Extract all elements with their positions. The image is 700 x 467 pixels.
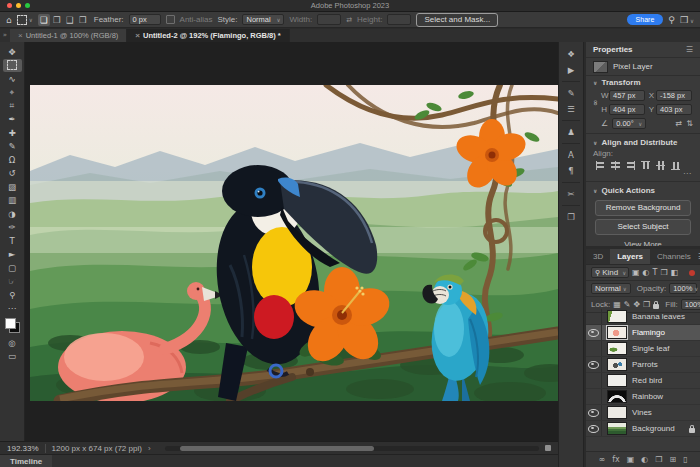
layer-thumbnail[interactable] <box>607 358 627 371</box>
zoom-level[interactable]: 192.33% <box>7 444 39 453</box>
color-panel-icon[interactable]: ❖ <box>563 48 579 61</box>
lock-artboard-icon[interactable]: ❒ <box>643 300 650 309</box>
healing-brush-tool[interactable]: ✚ <box>3 126 22 139</box>
layer-style-icon[interactable]: fx <box>612 455 620 464</box>
crop-tool[interactable]: ⌗ <box>3 99 22 112</box>
lasso-tool[interactable]: ∿ <box>3 72 22 85</box>
lock-position-icon[interactable]: ✥ <box>633 300 640 309</box>
add-to-selection-icon[interactable]: ❐ <box>51 14 63 26</box>
align-section-header[interactable]: ∨ Align and Distribute <box>586 136 700 149</box>
filter-pixel-layers-icon[interactable]: ▣ <box>632 268 640 277</box>
filter-shape-layers-icon[interactable]: ❒ <box>660 268 667 277</box>
quick-actions-header[interactable]: ∨ Quick Actions <box>586 184 700 197</box>
width-input[interactable] <box>317 14 341 25</box>
history-brush-tool[interactable]: ↺ <box>3 167 22 180</box>
delete-layer-icon[interactable]: ▯ <box>683 455 687 464</box>
blend-mode-select[interactable]: Normal∨ <box>591 283 631 294</box>
flip-vertical-icon[interactable]: ⇅ <box>686 119 693 128</box>
character-panel-icon[interactable]: A <box>563 149 579 162</box>
flip-horizontal-icon[interactable]: ⇄ <box>676 119 683 128</box>
libraries-panel-icon[interactable]: ♟ <box>563 126 579 139</box>
adjustments-panel-icon[interactable]: ☰ <box>563 103 579 116</box>
link-layers-icon[interactable]: ∞ <box>598 455 605 464</box>
style-select[interactable]: Normal∨ <box>242 14 284 25</box>
view-more-link[interactable]: View More <box>586 240 700 249</box>
layer-thumbnail[interactable] <box>607 310 627 323</box>
paragraph-panel-icon[interactable]: ¶ <box>563 165 579 178</box>
status-chevron-icon[interactable]: › <box>148 444 151 453</box>
document-tab[interactable]: ×Untitled-2 @ 192% (Flamingo, RGB/8) * <box>127 29 289 42</box>
transform-y-input[interactable]: 403 px <box>656 104 692 115</box>
canvas-image[interactable] <box>30 85 558 401</box>
eyedropper-tool[interactable]: ✒ <box>3 113 22 126</box>
close-tab-icon[interactable]: × <box>135 31 140 40</box>
adjustment-layer-icon[interactable]: ◐ <box>641 455 648 464</box>
scrollbar-thumb[interactable] <box>180 446 375 451</box>
zoom-tool[interactable]: ⚲ <box>3 288 22 301</box>
visibility-toggle[interactable] <box>586 357 602 372</box>
select-and-mask-button[interactable]: Select and Mask... <box>416 13 498 27</box>
close-window-icon[interactable] <box>7 3 12 8</box>
add-layer-mask-icon[interactable]: ▣ <box>627 455 635 464</box>
filter-adjustment-layers-icon[interactable]: ◐ <box>643 268 650 277</box>
layer-thumbnail[interactable] <box>607 422 627 435</box>
lock-image-pixels-icon[interactable]: ✎ <box>624 300 631 309</box>
transform-w-input[interactable]: 457 px <box>609 90 645 101</box>
path-selection-tool[interactable]: ► <box>3 248 22 261</box>
select-subject-button[interactable]: Select Subject <box>595 219 691 235</box>
layer-thumbnail[interactable] <box>607 374 627 387</box>
new-selection-icon[interactable]: ❏ <box>38 14 50 26</box>
transform-section-header[interactable]: ∨ Transform <box>586 76 700 89</box>
properties-header[interactable]: Properties ☰ <box>586 42 700 58</box>
subtract-from-selection-icon[interactable]: ❑ <box>64 14 76 26</box>
layer-row-parrots[interactable]: Parrots <box>586 357 700 373</box>
home-icon[interactable]: ⌂ <box>6 12 12 28</box>
layer-row-single-leaf[interactable]: Single leaf <box>586 341 700 357</box>
type-tool[interactable]: T <box>3 234 22 247</box>
document-tab[interactable]: ×Untitled-1 @ 100% (RGB/8) <box>10 29 127 42</box>
gradient-tool[interactable]: ▥ <box>3 194 22 207</box>
filter-type-layers-icon[interactable]: T <box>653 268 658 277</box>
remove-background-button[interactable]: Remove Background <box>595 200 691 216</box>
eraser-tool[interactable]: ▨ <box>3 180 22 193</box>
tab-3d[interactable]: 3D <box>586 249 610 264</box>
layer-row-vines[interactable]: Vines <box>586 405 700 421</box>
visibility-toggle[interactable] <box>586 325 602 340</box>
align-top-icon[interactable] <box>641 160 650 171</box>
opacity-input[interactable]: 100%∨ <box>669 283 697 294</box>
screen-mode-icon[interactable]: ▭ <box>3 350 22 363</box>
rectangular-marquee-tool[interactable] <box>3 59 22 72</box>
panel-menu-icon[interactable]: ☰ <box>686 45 693 54</box>
visibility-toggle[interactable] <box>586 405 602 420</box>
filter-kind-select[interactable]: ⚲Kind∨ <box>591 267 629 278</box>
hand-tool[interactable]: ☞ <box>3 275 22 288</box>
close-tab-icon[interactable]: × <box>18 31 23 40</box>
edit-toolbar-icon[interactable]: ⋯ <box>3 302 22 315</box>
visibility-toggle[interactable] <box>586 309 602 324</box>
layer-row-background[interactable]: Background <box>586 421 700 437</box>
glyphs-panel-icon[interactable]: ✂ <box>563 188 579 201</box>
align-more-icon[interactable]: ⋯ <box>586 171 700 179</box>
zoom-window-icon[interactable] <box>25 3 30 8</box>
search-icon[interactable]: ⚲ <box>668 12 675 28</box>
filter-smart-objects-icon[interactable]: ◧ <box>671 268 679 277</box>
layer-row-flamingo[interactable]: Flamingo <box>586 325 700 341</box>
link-dimensions-icon[interactable]: ∞ <box>591 97 600 108</box>
rotation-input[interactable]: 0.00°∨ <box>612 118 646 129</box>
swap-dimensions-icon[interactable]: ⇄ <box>346 12 352 28</box>
align-center-horizontal-icon[interactable] <box>610 161 621 170</box>
visibility-toggle[interactable] <box>586 341 602 356</box>
rectangle-tool[interactable]: ▢ <box>3 261 22 274</box>
align-right-icon[interactable] <box>625 161 636 170</box>
brush-tool[interactable]: ✎ <box>3 140 22 153</box>
new-layer-icon[interactable]: ⊞ <box>669 455 676 464</box>
horizontal-scrollbar[interactable] <box>165 446 539 451</box>
height-input[interactable] <box>387 14 411 25</box>
align-center-vertical-icon[interactable] <box>656 160 665 171</box>
pen-tool[interactable]: ✑ <box>3 221 22 234</box>
blur-tool[interactable]: ◑ <box>3 207 22 220</box>
notes-panel-icon[interactable]: ❐ <box>563 211 579 224</box>
intersect-selection-icon[interactable]: ❒ <box>77 14 89 26</box>
share-button[interactable]: Share <box>627 14 664 25</box>
minimize-window-icon[interactable] <box>16 3 21 8</box>
